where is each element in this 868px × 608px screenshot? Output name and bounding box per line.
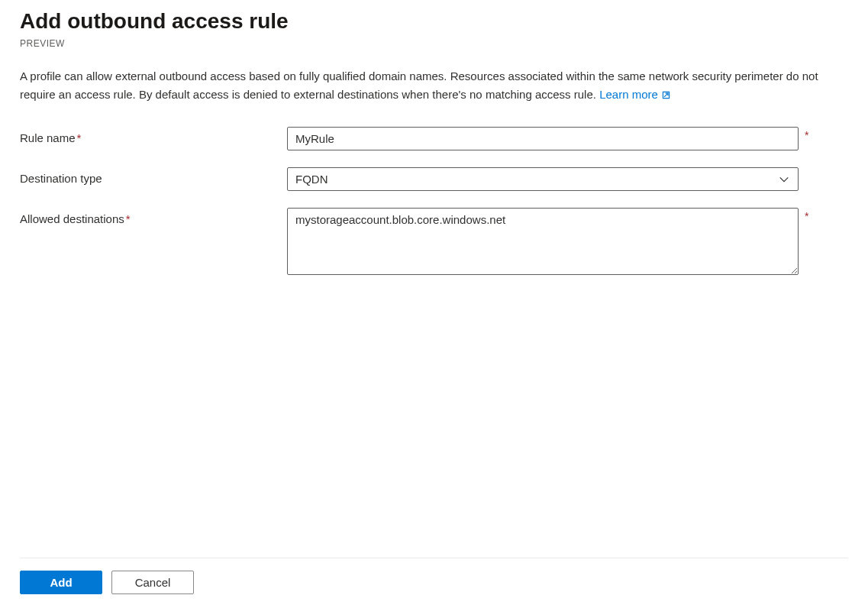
rule-name-label: Rule name* bbox=[20, 127, 287, 144]
external-link-icon bbox=[661, 90, 671, 100]
rule-name-input[interactable] bbox=[287, 127, 799, 150]
footer-actions: Add Cancel bbox=[20, 558, 848, 608]
form-row-allowed-destinations: Allowed destinations* mystorageaccount.b… bbox=[20, 208, 848, 275]
preview-badge: PREVIEW bbox=[20, 38, 848, 49]
page-title: Add outbound access rule bbox=[20, 8, 848, 35]
destination-type-label: Destination type bbox=[20, 167, 287, 185]
destination-type-select[interactable]: FQDN bbox=[287, 167, 799, 191]
allowed-destinations-textarea[interactable]: mystorageaccount.blob.core.windows.net bbox=[287, 208, 799, 275]
description-body: A profile can allow external outbound ac… bbox=[20, 70, 818, 101]
learn-more-link[interactable]: Learn more bbox=[599, 86, 671, 104]
cancel-button[interactable]: Cancel bbox=[111, 571, 194, 594]
required-indicator: * bbox=[805, 208, 808, 222]
required-indicator: * bbox=[805, 127, 808, 141]
add-button[interactable]: Add bbox=[20, 571, 102, 594]
allowed-destinations-label: Allowed destinations* bbox=[20, 208, 287, 225]
description-text: A profile can allow external outbound ac… bbox=[20, 67, 844, 104]
required-marker: * bbox=[77, 131, 82, 144]
required-marker: * bbox=[126, 212, 131, 225]
form-row-rule-name: Rule name* * bbox=[20, 127, 848, 150]
learn-more-label: Learn more bbox=[599, 86, 658, 104]
form-row-destination-type: Destination type FQDN bbox=[20, 167, 848, 191]
panel-header: Add outbound access rule PREVIEW bbox=[20, 8, 848, 49]
